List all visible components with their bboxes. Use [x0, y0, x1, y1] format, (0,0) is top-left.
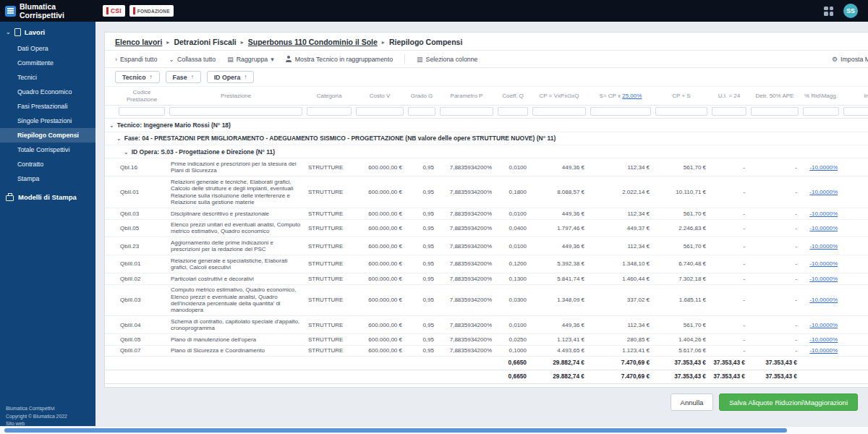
partner-logos: CSI FONDAZIONE	[103, 5, 174, 17]
group-icon: ▤	[227, 56, 234, 63]
grouping-chips: Tecnico↑Fase↑ID Opera↑	[105, 68, 868, 87]
cancel-button[interactable]: Annulla	[671, 393, 714, 411]
column-filter-input[interactable]	[169, 107, 302, 116]
collapse-caret-icon[interactable]: ⌄	[124, 149, 129, 156]
show-technician-button[interactable]: Mostra Tecnico in raggruppamento	[286, 56, 393, 63]
csi-logo-mark	[106, 7, 109, 14]
rid-magg-link[interactable]: -10,0000%	[809, 297, 838, 303]
footer-copyright: Copyright © Blumatica 2022	[6, 413, 90, 421]
columns-icon: ▥	[417, 56, 423, 63]
table-toolbar: › Espandi tutto ⌄ Collassa tutto ▤ Raggr…	[105, 50, 868, 68]
horizontal-scrollbar-thumb[interactable]	[4, 428, 787, 433]
sidebar-item-singole-prestazioni[interactable]: Singole Prestazioni	[0, 114, 95, 128]
column-header[interactable]: Grado G	[406, 87, 438, 106]
column-filter-input[interactable]	[751, 107, 799, 116]
group-row: ⌄Fase: 04 - PRESTAZIONI PER MIGLIORAMENT…	[105, 132, 868, 145]
table-row: QbIII.05Piano di manutenzione dell'opera…	[105, 334, 868, 345]
app-title: Blumatica Corrispettivi	[20, 2, 90, 20]
rid-magg-link[interactable]: -10,0000%	[809, 189, 838, 195]
column-filter-input[interactable]	[590, 107, 651, 116]
collapse-all-button[interactable]: ⌄ Collassa tutto	[169, 56, 216, 63]
group-button[interactable]: ▤ Raggruppa ▾	[227, 56, 274, 63]
column-header[interactable]: Costo V	[354, 87, 406, 106]
group-chip-tecnico[interactable]: Tecnico↑	[115, 71, 160, 83]
sidebar-item-totale-corrispettivi[interactable]: Totale Corrispettivi	[0, 142, 95, 157]
column-filter-input[interactable]	[655, 107, 707, 116]
table-row: QbIII.07Piano di Sicurezza e Coordinamen…	[105, 345, 868, 356]
rid-magg-link[interactable]: -10,0000%	[809, 336, 838, 343]
main-area: Elenco lavori▸Detrazioni Fiscali▸Superbo…	[95, 22, 868, 434]
column-header[interactable]: Detr. 50% APE	[749, 87, 801, 106]
column-filter-input[interactable]	[408, 107, 435, 116]
sidebar-item-dati-opera[interactable]: Dati Opera	[0, 41, 95, 56]
collapse-caret-icon[interactable]: ⌄	[109, 122, 114, 129]
table-row: QbII.23Aggiornamento delle prime indicaz…	[105, 237, 868, 255]
set-rates-button[interactable]: ⚙ Imposta Maggiorazioni\Riduzioni	[832, 56, 868, 63]
column-header[interactable]: CP = VxPxGxQ	[530, 87, 588, 106]
column-header[interactable]: Parametro P	[438, 87, 495, 106]
save-rates-button[interactable]: Salva Aliquote Riduzioni\Maggiorazioni	[719, 393, 858, 411]
user-avatar[interactable]: SS	[843, 4, 858, 18]
collapse-caret-icon[interactable]: ⌄	[116, 135, 122, 142]
group-row: ⌄Fase: 05 - PRESTAZIONI PER MIGLIORAMENT…	[105, 383, 868, 388]
column-header[interactable]: Importo	[841, 87, 868, 106]
group-chip-id-opera[interactable]: ID Opera↑	[207, 71, 255, 83]
apps-grid-icon[interactable]	[824, 7, 833, 16]
rid-magg-link[interactable]: -10,0000%	[809, 347, 838, 354]
expand-all-button[interactable]: › Espandi tutto	[115, 56, 157, 63]
gear-icon: ⚙	[832, 56, 838, 63]
column-filter-input[interactable]	[307, 107, 352, 116]
table-row: QbII.03Disciplinare descrittivo e presta…	[105, 208, 868, 219]
rid-magg-link[interactable]: -10,0000%	[809, 322, 838, 328]
fondazione-logo: FONDAZIONE	[129, 5, 174, 17]
column-header[interactable]: Coeff. Q	[495, 87, 530, 106]
sidebar-item-modelli-di-stampa[interactable]: Modelli di Stampa	[0, 186, 95, 208]
column-filter-input[interactable]	[356, 107, 404, 116]
column-filter-input[interactable]	[843, 107, 868, 116]
sidebar: ⌄ Lavori Dati OperaCommittenteTecniciQua…	[0, 22, 95, 434]
column-filter-input[interactable]	[119, 107, 165, 116]
sidebar-item-fasi-prestazionali[interactable]: Fasi Prestazionali	[0, 99, 95, 114]
column-filter-input[interactable]	[803, 107, 839, 116]
select-columns-button[interactable]: ▥ Seleziona colonne	[417, 56, 477, 63]
column-header[interactable]: CP + S	[653, 87, 710, 106]
rid-magg-link[interactable]: -10,0000%	[809, 243, 838, 250]
column-filter-input[interactable]	[712, 107, 746, 116]
surcharge-percent-link[interactable]: 25,00%	[622, 93, 642, 99]
column-filter-input[interactable]	[440, 107, 493, 116]
sidebar-item-contratto[interactable]: Contratto	[0, 157, 95, 171]
rid-magg-link[interactable]: -10,0000%	[809, 225, 838, 231]
column-filter-input[interactable]	[498, 107, 528, 116]
rid-magg-link[interactable]: -10,0000%	[809, 276, 838, 282]
sidebar-item-committente[interactable]: Committente	[0, 56, 95, 70]
sidebar-item-stampa[interactable]: Stampa	[0, 171, 95, 186]
collapse-caret-icon[interactable]: ⌄	[116, 387, 122, 388]
breadcrumb-item[interactable]: Elenco lavori	[115, 38, 162, 46]
rid-magg-link[interactable]: -10,0000%	[809, 260, 838, 267]
chevron-down-icon: ⌄	[169, 56, 174, 63]
breadcrumb-item: Riepilogo Compensi	[389, 38, 463, 46]
sidebar-item-tecnici[interactable]: Tecnici	[0, 70, 95, 85]
column-header[interactable]: Categoria	[305, 87, 354, 106]
sidebar-section-lavori[interactable]: ⌄ Lavori	[0, 22, 95, 41]
column-header[interactable]: Codice Prestazione	[116, 87, 167, 106]
column-header[interactable]: % Rid\Magg.	[801, 87, 841, 106]
column-header[interactable]: U.I. = 24	[710, 87, 749, 106]
column-header[interactable]: S= CP x 25,00%	[588, 87, 653, 106]
totals-row: 0,665029.882,74 €7.470,69 €37.353,43 €37…	[105, 370, 868, 383]
group-label: Fase: 04 - PRESTAZIONI PER MIGLIORAMENTO…	[124, 135, 556, 142]
sidebar-item-quadro-economico[interactable]: Quadro Economico	[0, 85, 95, 99]
csi-logo: CSI	[103, 5, 125, 17]
column-header[interactable]: Prestazione	[167, 87, 305, 106]
column-filter-input[interactable]	[532, 107, 586, 116]
rid-magg-link[interactable]: -10,0000%	[809, 164, 838, 171]
topbar-right: SS	[824, 4, 868, 18]
sidebar-item-riepilogo-compensi[interactable]: Riepilogo Compensi	[0, 128, 95, 142]
group-chip-fase[interactable]: Fase↑	[166, 71, 201, 83]
rid-magg-link[interactable]: -10,0000%	[809, 210, 838, 217]
compensi-table: Codice PrestazionePrestazioneCategoriaCo…	[105, 87, 868, 388]
chevron-down-icon: ⌄	[6, 29, 11, 35]
breadcrumb-item[interactable]: Superbonus 110 Condominio il Sole	[248, 38, 378, 46]
group-label: ID Opera: S.03 - Progettazione e Direzio…	[132, 148, 275, 156]
group-row: ⌄ID Opera: S.03 - Progettazione e Direzi…	[105, 145, 868, 158]
